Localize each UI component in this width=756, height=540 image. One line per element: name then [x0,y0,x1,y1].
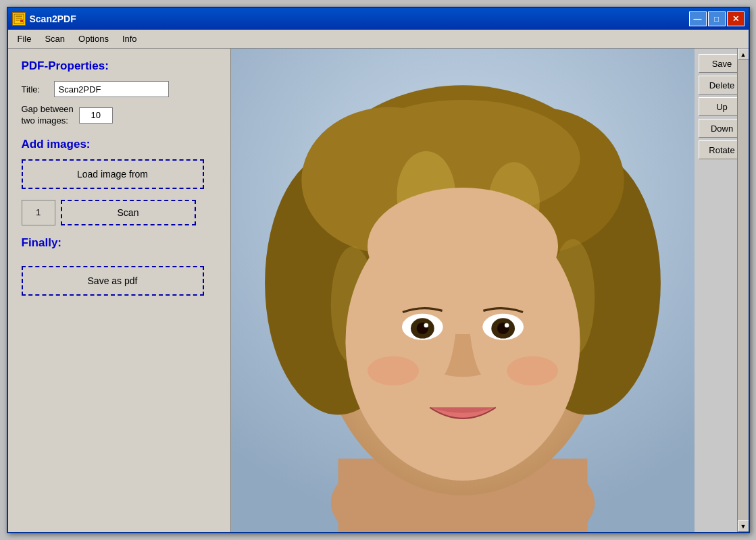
add-images-title: Add images: [22,138,217,151]
finally-title: Finally: [22,236,217,250]
minimize-button[interactable]: — [689,11,707,26]
scroll-up-arrow[interactable]: ▲ [738,49,749,60]
menu-file[interactable]: File [11,32,39,45]
close-button[interactable]: ✕ [727,11,745,26]
svg-marker-4 [20,20,23,22]
scroll-down-arrow[interactable]: ▼ [738,520,749,532]
scan-row: Scan [22,200,217,225]
svg-point-20 [367,188,557,305]
svg-point-28 [504,323,509,328]
scan-button[interactable]: Scan [61,200,196,225]
title-row: Title: [22,81,217,97]
svg-point-29 [367,356,418,385]
maximize-button[interactable]: □ [708,11,726,26]
app-icon [12,12,26,26]
svg-point-30 [507,356,558,385]
menu-options[interactable]: Options [72,32,116,45]
title-label: Title: [22,84,49,94]
scroll-track[interactable] [738,60,749,520]
left-panel: PDF-Properties: Title: Gap between two i… [8,49,231,532]
gap-label: Gap between two images: [22,104,74,127]
vertical-scrollbar[interactable]: ▲ ▼ [737,49,749,532]
window-controls: — □ ✕ [689,11,745,26]
main-window: Scan2PDF — □ ✕ File Scan Options Info PD… [7,7,750,533]
load-image-button[interactable]: Load image from [22,159,204,189]
menu-scan[interactable]: Scan [38,32,72,45]
scan-number-input[interactable] [22,200,55,225]
finally-section: Finally: Save as pdf [22,236,217,296]
gap-input[interactable] [79,107,113,124]
preview-container [231,49,695,532]
menu-info[interactable]: Info [116,32,144,45]
image-area: Save Delete Up Down Rotate ▲ ▼ [231,49,749,532]
add-images-section: Add images: Load image from Scan [22,138,217,225]
save-pdf-button[interactable]: Save as pdf [22,266,204,296]
main-content: PDF-Properties: Title: Gap between two i… [8,49,749,532]
svg-point-27 [424,323,428,328]
window-title: Scan2PDF [30,14,689,24]
gap-row: Gap between two images: [22,104,217,127]
title-input[interactable] [54,81,169,97]
title-bar: Scan2PDF — □ ✕ [8,8,749,30]
pdf-properties-title: PDF-Properties: [22,59,217,73]
menu-bar: File Scan Options Info [8,30,749,49]
